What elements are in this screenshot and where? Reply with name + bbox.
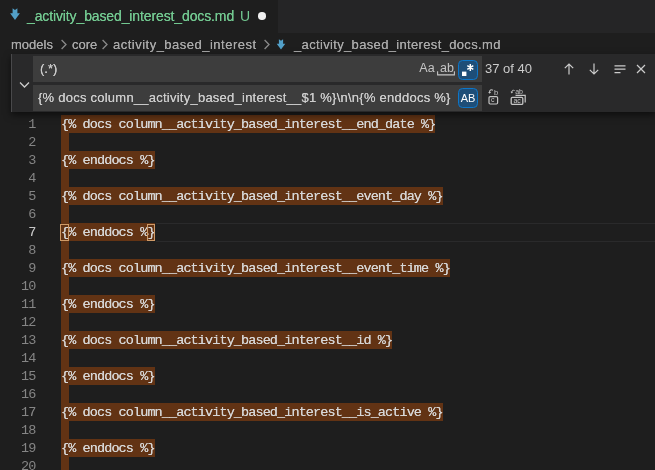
svg-text:c: c [491, 96, 495, 103]
svg-text:ab: ab [515, 88, 523, 95]
svg-text:b: b [494, 88, 498, 97]
svg-text:ac: ac [513, 97, 521, 104]
